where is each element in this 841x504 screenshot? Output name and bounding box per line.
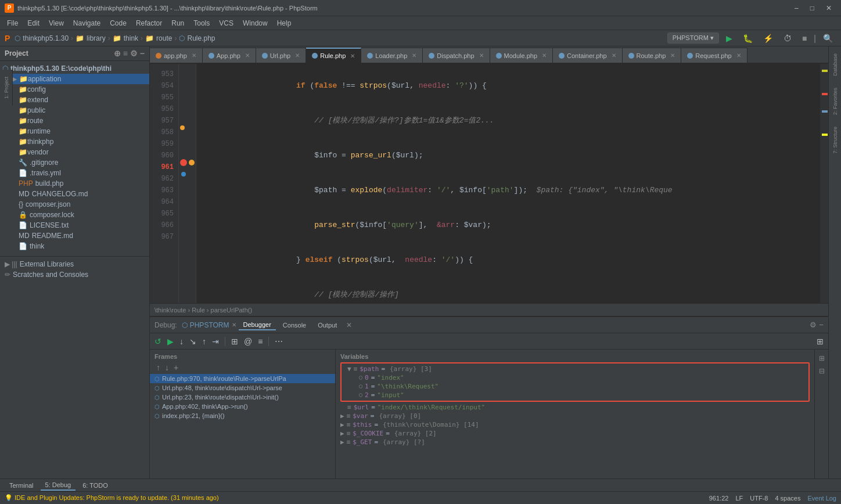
tree-item-think[interactable]: 📄 think — [0, 241, 149, 251]
search-everywhere[interactable]: 🔍 — [820, 31, 836, 45]
expand-icon-get[interactable]: ▶ — [340, 438, 344, 446]
debug-button[interactable]: 🐛 — [739, 31, 756, 45]
event-log-button[interactable]: Event Log — [807, 495, 836, 502]
expand-icon-cookie[interactable]: ▶ — [340, 430, 344, 437]
debug-rs-btn2[interactable]: ⊟ — [818, 365, 826, 377]
var-path-0[interactable]: ○ 0 = "index" — [343, 373, 807, 382]
tree-item-config[interactable]: 📁 config — [0, 84, 149, 95]
close-debug-icon[interactable]: ✕ — [232, 322, 236, 328]
rs-tab-favorites[interactable]: 2: Favorites — [831, 83, 839, 120]
tab-loaderphp[interactable]: Loader.php ✕ — [361, 48, 423, 63]
bottom-tab-debug[interactable]: 5: Debug — [41, 480, 76, 491]
coverage-button[interactable]: ⚡ — [760, 31, 777, 45]
collapse-icon[interactable]: − — [140, 49, 145, 58]
tab-requestphp[interactable]: Request.php ✕ — [681, 48, 747, 63]
layout-icon[interactable]: ≡ — [123, 49, 128, 58]
breakpoint-icon-961[interactable] — [180, 159, 187, 166]
bc-item-rulephp[interactable]: Rule.php — [187, 34, 215, 42]
tree-item-public[interactable]: 📁 public — [0, 105, 149, 116]
tab-urlphp[interactable]: Url.php ✕ — [256, 48, 306, 63]
frames-nav-down[interactable]: ↓ — [163, 362, 171, 373]
tab-appphp[interactable]: app.php ✕ — [150, 48, 203, 63]
tree-item-changelog[interactable]: MD CHANGELOG.md — [0, 189, 149, 199]
menu-code[interactable]: Code — [105, 18, 131, 28]
tab-close-dispatchphp[interactable]: ✕ — [479, 52, 484, 59]
show-execution-button[interactable]: ≡ — [256, 336, 265, 347]
phpstorm-run-config[interactable]: PHPSTORM ▾ — [667, 33, 719, 44]
tree-item-gitignore[interactable]: 🔧 .gitignore — [0, 157, 149, 168]
rs-tab-structure[interactable]: 7: Structure — [831, 122, 839, 159]
tab-close-modulephp[interactable]: ✕ — [542, 52, 547, 59]
menu-help[interactable]: Help — [272, 18, 296, 28]
menu-edit[interactable]: Edit — [23, 18, 44, 28]
add-icon[interactable]: ⊕ — [114, 49, 121, 58]
frame-item-2[interactable]: ⬡ Url.php:23, think\route\dispatch\Url->… — [150, 393, 335, 402]
run-button[interactable]: ▶ — [723, 31, 736, 45]
menu-navigate[interactable]: Navigate — [69, 18, 105, 28]
debug-tab-console[interactable]: Console — [278, 321, 311, 330]
var-var[interactable]: ▶ ≡ $var = {array} [0] — [336, 412, 814, 420]
menu-view[interactable]: View — [44, 18, 69, 28]
tree-item-vendor[interactable]: 📁 vendor — [0, 147, 149, 157]
bc-project[interactable]: ⬡ — [15, 34, 20, 42]
close-button[interactable]: ✕ — [821, 3, 836, 13]
var-get[interactable]: ▶ ≡ $_GET = {array} [?] — [336, 438, 814, 447]
menu-run[interactable]: Run — [167, 18, 189, 28]
tab-dispatchphp[interactable]: Dispatch.php ✕ — [423, 48, 490, 63]
tab-rulephp[interactable]: Rule.php ✕ — [306, 48, 361, 63]
step-over-down-button[interactable]: ↓ — [177, 336, 186, 347]
tab-close-requestphp[interactable]: ✕ — [736, 52, 741, 59]
code-content[interactable]: if (false !== strpos($url, needle: '?'))… — [196, 64, 820, 303]
step-into-button[interactable]: ↘ — [187, 336, 199, 347]
run-to-cursor-button[interactable]: ⇥ — [210, 336, 221, 347]
tab-close-appclass[interactable]: ✕ — [245, 52, 250, 59]
tree-item-route[interactable]: 📁 route — [0, 116, 149, 126]
bottom-tab-terminal[interactable]: Terminal — [5, 481, 38, 490]
stop-button[interactable]: ■ — [799, 31, 810, 45]
debug-rs-btn1[interactable]: ⊞ — [818, 352, 826, 365]
var-cookie[interactable]: ▶ ≡ $_COOKIE = {array} [2] — [336, 429, 814, 438]
menu-refactor[interactable]: Refactor — [131, 18, 167, 28]
bc-item-route[interactable]: route — [156, 34, 172, 42]
frames-layout-button[interactable]: ⊞ — [814, 336, 826, 347]
tree-item-extend[interactable]: 📁 extend — [0, 95, 149, 105]
minimize-button[interactable]: – — [790, 3, 803, 13]
rs-tab-database[interactable]: Database — [831, 49, 839, 81]
tree-item-readme[interactable]: MD README.md — [0, 231, 149, 241]
tree-item-license[interactable]: 📄 LICENSE.txt — [0, 220, 149, 231]
var-path-1[interactable]: ○ 1 = "\think\Request" — [343, 382, 807, 391]
tab-close-urlphp[interactable]: ✕ — [295, 52, 300, 59]
var-this[interactable]: ▶ ≡ $this = {think\route\Domain} [14] — [336, 420, 814, 429]
left-tab-project[interactable]: 1: Project — [2, 72, 10, 103]
tree-item-travis[interactable]: 📄 .travis.yml — [0, 168, 149, 178]
var-path[interactable]: ▼ ≡ $path = {array} [3] — [343, 365, 807, 373]
tab-containerphp[interactable]: Container.php ✕ — [553, 48, 623, 63]
maximize-button[interactable]: □ — [806, 3, 819, 13]
expand-icon-this[interactable]: ▶ — [340, 421, 344, 429]
debug-tab-debugger[interactable]: Debugger — [239, 320, 276, 330]
add-watch-button[interactable]: @ — [242, 336, 254, 347]
settings-icon[interactable]: ⚙ — [130, 49, 138, 58]
tab-close-containerphp[interactable]: ✕ — [612, 52, 616, 59]
tab-modulephp[interactable]: Module.php ✕ — [490, 48, 554, 63]
resume-button[interactable]: ▶ — [165, 336, 176, 347]
var-path-2[interactable]: ○ 2 = "input" — [343, 391, 807, 399]
tree-item-composerjson[interactable]: {} composer.json — [0, 199, 149, 210]
menu-file[interactable]: File — [2, 18, 23, 28]
tab-close-routephp[interactable]: ✕ — [670, 52, 675, 59]
debug-minimize-icon[interactable]: − — [819, 321, 824, 329]
rerun-button[interactable]: ↺ — [152, 336, 164, 347]
tree-root[interactable]: ⬡ thinkphp5.1.30 E:\code\php\thi — [0, 63, 149, 74]
bc-item-library[interactable]: library — [87, 34, 106, 42]
code-area[interactable]: 953 954 955 956 957 958 959 960 961 962 … — [150, 64, 828, 303]
debug-tab-output[interactable]: Output — [313, 321, 342, 330]
tab-appclass[interactable]: App.php ✕ — [203, 48, 256, 63]
evaluate-button[interactable]: ⊞ — [229, 336, 240, 347]
frame-item-3[interactable]: ⬡ App.php:402, think\App->run() — [150, 402, 335, 411]
title-bar-controls[interactable]: – □ ✕ — [790, 3, 836, 13]
tab-close-appphp[interactable]: ✕ — [192, 52, 196, 59]
frames-nav-up[interactable]: ↑ — [154, 362, 162, 373]
var-url[interactable]: ≡ $url = "index/\think\Request/input" — [336, 403, 814, 412]
menu-vcs[interactable]: VCS — [214, 18, 238, 28]
bottom-tab-todo[interactable]: 6: TODO — [78, 481, 113, 490]
